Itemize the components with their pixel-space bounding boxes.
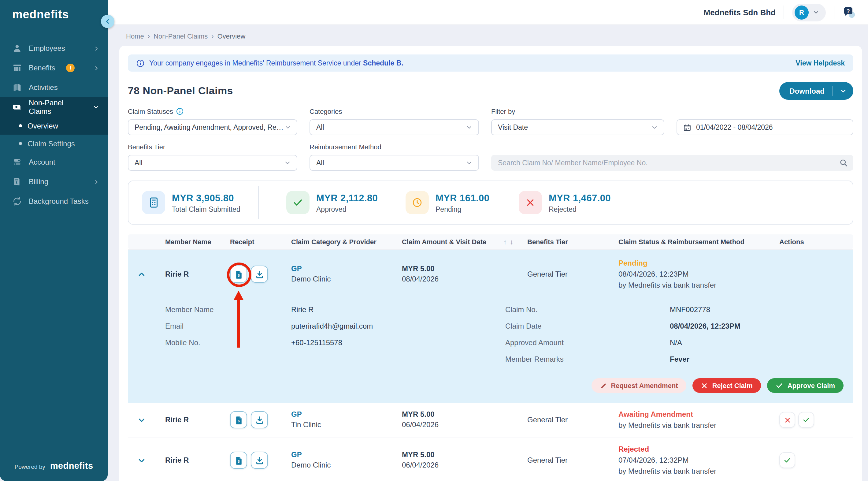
sidebar-item-activities[interactable]: Activities xyxy=(0,78,108,97)
stat-pending: MYR 161.00 Pending xyxy=(406,191,519,214)
stat-approved: MYR 2,112.80 Approved xyxy=(286,191,399,214)
approve-button[interactable] xyxy=(798,412,814,428)
sidebar-nav: Employees Benefits ! Activities Non-Pane… xyxy=(0,38,108,211)
download-button[interactable]: Download xyxy=(779,82,853,100)
claim-row: Ririe R $ GPTin Clinic MYR 5.0006/04/202… xyxy=(128,403,853,438)
sidebar-subitem-overview[interactable]: Overview xyxy=(0,117,108,134)
table-header: Member Name Receipt Claim Category & Pro… xyxy=(128,234,853,249)
stat-rejected: MYR 1,467.00 Rejected xyxy=(519,191,611,214)
search-input[interactable] xyxy=(498,159,839,167)
chevron-left-icon xyxy=(104,18,111,25)
pending-label: Pending xyxy=(436,205,489,213)
search-box xyxy=(491,155,853,171)
toggles-icon xyxy=(11,157,22,168)
sidebar-item-background-tasks[interactable]: Background Tasks xyxy=(0,191,108,211)
bullet-icon xyxy=(19,142,22,145)
svg-text:$: $ xyxy=(237,419,240,423)
filters: Claim Statuses Pending, Awaiting Amendme… xyxy=(128,108,853,171)
user-menu[interactable]: R xyxy=(792,3,826,21)
chevron-down-icon xyxy=(813,9,819,15)
divider xyxy=(834,5,834,19)
download-receipt-button[interactable] xyxy=(251,411,268,428)
download-icon xyxy=(255,415,264,424)
pencil-icon xyxy=(600,382,607,389)
expand-row-button[interactable] xyxy=(128,416,155,424)
sidebar-item-label: Billing xyxy=(29,178,48,186)
category-provider: GPTin Clinic xyxy=(283,409,396,430)
collapse-row-button[interactable] xyxy=(128,270,155,278)
approve-button[interactable] xyxy=(779,452,795,468)
mobile-label: Mobile No. xyxy=(165,338,291,347)
sidebar-collapse-button[interactable] xyxy=(101,15,114,28)
breadcrumb-separator: › xyxy=(211,32,214,40)
reject-claim-button[interactable]: Reject Claim xyxy=(693,378,761,393)
view-receipt-button[interactable]: $ xyxy=(230,411,247,428)
member-name: Ririe R xyxy=(155,270,222,278)
bullet-icon xyxy=(19,124,22,127)
col-category-provider: Claim Category & Provider xyxy=(283,238,396,245)
status-label: Pending xyxy=(618,258,764,269)
reimbursement-method-select[interactable]: All xyxy=(310,155,479,171)
app: mednefits Employees Benefits ! Activitie… xyxy=(0,0,868,481)
member-name-label: Member Name xyxy=(165,305,291,314)
sidebar-active-group: Non-Panel Claims Overview xyxy=(0,97,108,134)
mobile-value: +60-125115578 xyxy=(291,338,342,347)
member-remarks-label: Member Remarks xyxy=(505,355,670,363)
main-card: Your company engages in Mednefits' Reimb… xyxy=(119,46,862,481)
categories-select[interactable]: All xyxy=(310,119,479,135)
claim-no-value: MNF002778 xyxy=(670,305,710,314)
sidebar-item-billing[interactable]: $ Billing xyxy=(0,172,108,191)
view-receipt-button[interactable]: $ xyxy=(230,452,247,469)
approve-claim-button[interactable]: Approve Claim xyxy=(767,378,843,393)
claim-statuses-select[interactable]: Pending, Awaiting Amendment, Approved, R… xyxy=(128,119,297,135)
sidebar-item-non-panel-claims[interactable]: Non-Panel Claims xyxy=(0,97,108,117)
divider xyxy=(783,5,784,19)
chevron-down-icon[interactable] xyxy=(833,88,853,94)
sidebar-item-benefits[interactable]: Benefits ! xyxy=(0,58,108,78)
filter-by-select[interactable]: Visit Date xyxy=(491,119,664,135)
search-icon[interactable] xyxy=(839,158,848,167)
email-label: Email xyxy=(165,322,291,330)
view-helpdesk-link[interactable]: View Helpdesk xyxy=(796,59,845,67)
date-range-input[interactable]: 01/04/2022 - 08/04/2026 xyxy=(677,119,853,135)
receipt-document-icon: $ xyxy=(234,415,243,424)
sidebar-subitem-claim-settings[interactable]: Claim Settings xyxy=(0,134,108,152)
powered-by-label: Powered by xyxy=(15,463,45,470)
x-icon xyxy=(701,382,708,389)
sidebar-item-account[interactable]: Account xyxy=(0,152,108,172)
cash-card-icon xyxy=(11,102,22,112)
request-amendment-button[interactable]: Request Amendment xyxy=(591,378,686,393)
help-button[interactable]: ? xyxy=(842,5,856,19)
brand-logo: mednefits xyxy=(0,0,108,22)
download-label: Download xyxy=(779,87,833,95)
claim-details: Member NameRirie R Emailputerirafid4h@gm… xyxy=(128,293,853,363)
sidebar-item-employees[interactable]: Employees xyxy=(0,38,108,58)
refresh-icon xyxy=(11,196,22,207)
check-icon xyxy=(776,382,783,389)
receipt-document-icon: $ xyxy=(234,456,243,465)
sort-icons[interactable]: ↑ ↓ xyxy=(503,238,522,245)
total-label: Total Claim Submitted xyxy=(172,205,240,213)
categories-label: Categories xyxy=(310,108,479,115)
breadcrumb-non-panel-claims[interactable]: Non-Panel Claims xyxy=(154,32,208,40)
breadcrumb-overview: Overview xyxy=(217,32,246,40)
view-receipt-button[interactable]: $ xyxy=(230,266,247,283)
expand-row-button[interactable] xyxy=(128,456,155,464)
benefits-tier: General Tier xyxy=(522,270,611,278)
chevron-down-icon xyxy=(466,160,472,166)
claim-statuses-label: Claim Statuses xyxy=(128,108,297,115)
amount-visit-date: MYR 5.0006/04/2026 xyxy=(396,409,503,430)
download-receipt-button[interactable] xyxy=(251,452,268,469)
reject-button[interactable] xyxy=(779,412,795,428)
sidebar-subitem-label: Claim Settings xyxy=(28,139,75,148)
claim-row-summary: Ririe R $ xyxy=(128,250,853,293)
category-provider: GPDemo Clinic xyxy=(283,450,396,471)
breadcrumb-home[interactable]: Home xyxy=(126,32,144,40)
claim-row: Ririe R $ GPDemo Clinic MYR 5.0006/04/20… xyxy=(128,438,853,481)
download-receipt-button[interactable] xyxy=(251,266,268,283)
main-area: Mednefits Sdn Bhd R ? Home › Non-Pane xyxy=(108,0,868,481)
benefits-tier-select[interactable]: All xyxy=(128,155,297,171)
help-chat-icon: ? xyxy=(842,5,856,19)
benefits-tier-label: Benefits Tier xyxy=(128,143,297,151)
chevron-down-icon xyxy=(651,124,658,130)
